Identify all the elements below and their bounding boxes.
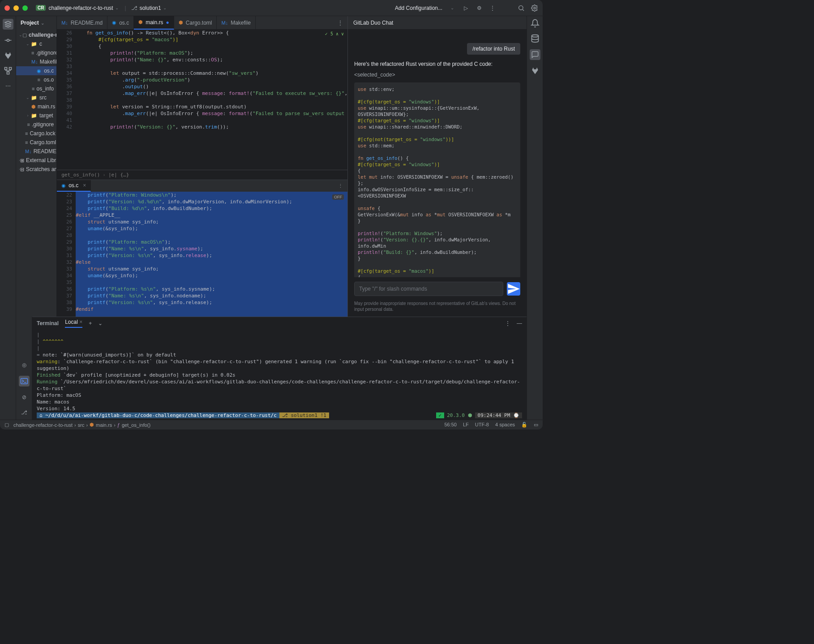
minimize-window-button[interactable] xyxy=(13,5,19,11)
chat-input[interactable]: Type "/" for slash commands xyxy=(354,282,503,296)
tree-item[interactable]: ◉ os.c xyxy=(16,66,56,75)
status-bar: ▢ challenge-refactor-c-to-rust› src› ⬢ma… xyxy=(0,420,543,429)
editor-tabs: M↓README.md ◉os.c ⬢main.rs● ⬢Cargo.toml … xyxy=(57,16,347,30)
editor-main-rs[interactable]: 262930313233343536373839404142 fn get_os… xyxy=(57,30,347,180)
vcs-branch-icon[interactable]: ⎇ xyxy=(131,4,138,12)
right-tool-rail xyxy=(527,16,543,420)
settings-icon[interactable] xyxy=(531,4,538,12)
tree-item[interactable]: ≡ os_info xyxy=(16,84,56,93)
titlebar: CR challenge-refactor-c-to-rust ⌄ | ⎇ so… xyxy=(0,0,543,16)
database-icon[interactable] xyxy=(531,34,540,43)
indent-setting[interactable]: 4 spaces xyxy=(495,422,515,428)
tree-item[interactable]: M↓ Makefile xyxy=(16,57,56,66)
status-breadcrumb[interactable]: challenge-refactor-c-to-rust› src› ⬢main… xyxy=(13,422,150,428)
maximize-window-button[interactable] xyxy=(22,5,28,11)
branch-name[interactable]: solution1 xyxy=(140,5,161,11)
svg-point-3 xyxy=(7,39,9,42)
chevron-down-icon[interactable]: ⌄ xyxy=(115,5,119,10)
chat-response: Here's the refactored Rust version of th… xyxy=(348,55,527,277)
chevron-down-icon[interactable]: ⌄ xyxy=(163,5,167,10)
svg-line-1 xyxy=(523,9,524,11)
caret-position[interactable]: 56:50 xyxy=(444,422,457,428)
tree-item[interactable]: ≡ os.o xyxy=(16,75,56,84)
tree-item[interactable]: ≡ Cargo.toml xyxy=(16,138,56,147)
problems-icon[interactable]: ⊘ xyxy=(20,393,29,402)
file-tree[interactable]: ⌄▢ challenge-refactor-c-to-rust ~/de ⌄📁 … xyxy=(16,30,56,317)
project-sidebar-header[interactable]: Project⌄ xyxy=(16,16,56,30)
svg-rect-8 xyxy=(7,72,9,74)
chevron-down-icon[interactable]: ⌄ xyxy=(450,5,454,10)
window-controls xyxy=(4,5,28,11)
tree-item[interactable]: ›📁 target xyxy=(16,111,56,120)
services-icon[interactable]: ◎ xyxy=(20,361,29,369)
chat-send-button[interactable] xyxy=(507,282,520,296)
git-icon[interactable]: ⎇ xyxy=(20,408,29,417)
more-vertical-icon[interactable]: ⋮ xyxy=(489,4,496,12)
gitlab-duo-chat-panel: GitLab Duo Chat /refactor into Rust Here… xyxy=(347,16,527,317)
project-sidebar: Project⌄ ⌄▢ challenge-refactor-c-to-rust… xyxy=(16,16,57,317)
editor-os-c[interactable]: ◉os.c× ⋮ 2223242526272829303132333435363… xyxy=(57,180,347,317)
tree-item[interactable]: ⌄📁 c xyxy=(16,39,56,48)
editor-tab[interactable]: ⬢Cargo.toml xyxy=(174,16,217,30)
tool-window-toggle-icon[interactable]: ▢ xyxy=(4,422,9,428)
svg-rect-7 xyxy=(9,68,11,70)
tree-item[interactable]: ⬢ main.rs xyxy=(16,102,56,111)
chat-disclaimer: May provide inappropriate responses not … xyxy=(348,301,527,317)
tree-root[interactable]: ⌄▢ challenge-refactor-c-to-rust ~/de xyxy=(16,30,56,39)
editor-tab[interactable]: M↓Makefile xyxy=(217,16,255,30)
tab-more-icon[interactable]: ⋮ xyxy=(333,20,347,26)
bottom-left-rail: ◎ ⊘ ⎇ xyxy=(16,317,32,420)
file-encoding[interactable]: UTF-8 xyxy=(475,422,489,428)
tree-ext-libs[interactable]: ›⊞External Libraries xyxy=(16,156,56,165)
project-tool-icon[interactable] xyxy=(3,19,13,30)
ai-chat-icon[interactable] xyxy=(530,49,540,60)
terminal-tool-icon[interactable] xyxy=(19,376,30,386)
commit-tool-icon[interactable] xyxy=(4,36,13,45)
more-tool-icon[interactable]: ⋯ xyxy=(4,82,13,90)
tree-item[interactable]: ≡ .gitignore xyxy=(16,120,56,129)
terminal-tab-header[interactable]: Terminal xyxy=(37,320,59,326)
svg-point-2 xyxy=(534,7,536,9)
chat-user-prompt-chip: /refactor into Rust xyxy=(467,43,520,55)
tree-item[interactable]: ≡ Cargo.lock xyxy=(16,129,56,138)
terminal-output[interactable]: || ^^^^^^^|= note: `#[warn(unused_import… xyxy=(32,330,527,420)
inspections-badge[interactable]: ✓ 5 ∧ ∨ xyxy=(325,31,344,36)
structure-tool-icon[interactable] xyxy=(4,66,13,75)
close-window-button[interactable] xyxy=(4,5,10,11)
line-separator[interactable]: LF xyxy=(463,422,469,428)
editor-tab[interactable]: M↓README.md xyxy=(57,16,107,30)
inspections-off-badge[interactable]: OFF xyxy=(332,194,344,200)
chevron-down-icon[interactable]: ⌄ xyxy=(98,320,103,326)
project-name[interactable]: challenge-refactor-c-to-rust xyxy=(48,5,113,11)
tab-os-c-split[interactable]: ◉os.c× xyxy=(57,180,91,192)
tab-more-icon[interactable]: ⋮ xyxy=(334,183,347,189)
terminal-add-tab[interactable]: + xyxy=(89,320,92,326)
panel-icon[interactable]: ▭ xyxy=(534,422,538,428)
gitlab-tool-icon[interactable] xyxy=(4,51,13,60)
run-config-selector[interactable]: Add Configuration... xyxy=(395,5,442,11)
chat-header: GitLab Duo Chat xyxy=(348,16,527,30)
project-badge: CR xyxy=(36,5,46,11)
svg-rect-13 xyxy=(21,378,27,384)
tree-scratches[interactable]: ›⊟Scratches and Consoles xyxy=(16,165,56,174)
search-icon[interactable] xyxy=(518,4,525,12)
svg-point-0 xyxy=(519,5,523,9)
notifications-icon[interactable] xyxy=(531,19,540,28)
more-vertical-icon[interactable]: ⋮ xyxy=(505,320,510,326)
terminal-tab-local[interactable]: Local × xyxy=(65,319,82,328)
tree-item[interactable]: ⌄📁 src xyxy=(16,93,56,102)
tree-item[interactable]: ≡ .gitignore xyxy=(16,48,56,57)
minimize-icon[interactable]: — xyxy=(517,320,522,326)
chevron-down-icon: ⌄ xyxy=(41,21,44,26)
gitlab-icon[interactable] xyxy=(531,66,540,75)
editor-tab[interactable]: ◉os.c xyxy=(107,16,134,30)
tree-item[interactable]: M↓ README.md xyxy=(16,147,56,156)
terminal-panel: Terminal Local × + ⌄ ⋮ — || ^^^^^^^|= no… xyxy=(32,317,527,420)
svg-rect-6 xyxy=(4,68,7,70)
svg-point-15 xyxy=(531,35,538,37)
run-icon[interactable]: ▷ xyxy=(462,4,469,12)
gear-icon[interactable]: ⚙ xyxy=(476,4,483,12)
editor-tab[interactable]: ⬢main.rs● xyxy=(134,16,174,30)
editor-breadcrumb[interactable]: get_os_info()›|e| {…} xyxy=(57,170,347,180)
readonly-lock-icon[interactable]: 🔓 xyxy=(521,422,527,428)
